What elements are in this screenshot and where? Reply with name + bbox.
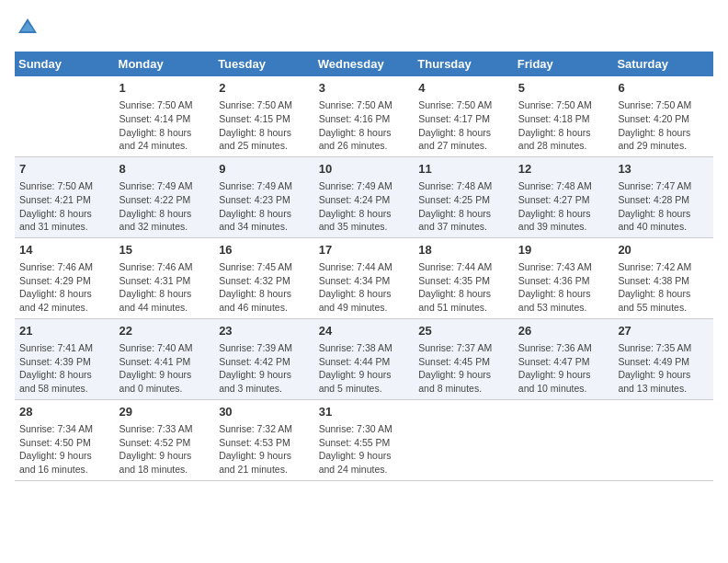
- day-info: Sunrise: 7:44 AM Sunset: 4:34 PM Dayligh…: [319, 260, 410, 315]
- week-row-1: 1Sunrise: 7:50 AM Sunset: 4:14 PM Daylig…: [15, 76, 713, 156]
- day-info: Sunrise: 7:49 AM Sunset: 4:24 PM Dayligh…: [319, 179, 410, 234]
- day-info: Sunrise: 7:49 AM Sunset: 4:23 PM Dayligh…: [219, 179, 310, 234]
- day-number: 27: [618, 323, 709, 339]
- day-number: 1: [119, 80, 210, 97]
- day-info: Sunrise: 7:50 AM Sunset: 4:20 PM Dayligh…: [618, 98, 709, 153]
- day-number: 3: [319, 80, 410, 97]
- day-info: Sunrise: 7:50 AM Sunset: 4:21 PM Dayligh…: [19, 179, 110, 234]
- day-info: Sunrise: 7:34 AM Sunset: 4:50 PM Dayligh…: [19, 422, 110, 477]
- day-info: Sunrise: 7:30 AM Sunset: 4:55 PM Dayligh…: [319, 422, 410, 477]
- day-info: Sunrise: 7:49 AM Sunset: 4:22 PM Dayligh…: [119, 179, 210, 234]
- day-info: Sunrise: 7:39 AM Sunset: 4:42 PM Dayligh…: [219, 341, 310, 396]
- day-cell: 2Sunrise: 7:50 AM Sunset: 4:15 PM Daylig…: [214, 76, 314, 156]
- day-cell: 1Sunrise: 7:50 AM Sunset: 4:14 PM Daylig…: [115, 76, 215, 156]
- day-info: Sunrise: 7:35 AM Sunset: 4:49 PM Dayligh…: [618, 341, 709, 396]
- day-cell: 21Sunrise: 7:41 AM Sunset: 4:39 PM Dayli…: [15, 318, 115, 399]
- day-number: 31: [319, 404, 410, 420]
- weekday-header-friday: Friday: [514, 52, 614, 76]
- day-number: 19: [518, 242, 609, 259]
- day-info: Sunrise: 7:42 AM Sunset: 4:38 PM Dayligh…: [618, 260, 709, 315]
- day-cell: 30Sunrise: 7:32 AM Sunset: 4:53 PM Dayli…: [214, 399, 314, 480]
- day-number: 7: [19, 161, 110, 178]
- day-number: 10: [319, 161, 410, 178]
- weekday-header-saturday: Saturday: [613, 52, 713, 76]
- day-info: Sunrise: 7:40 AM Sunset: 4:41 PM Dayligh…: [119, 341, 210, 396]
- day-info: Sunrise: 7:50 AM Sunset: 4:17 PM Dayligh…: [418, 98, 509, 153]
- day-number: 6: [618, 80, 709, 97]
- day-info: Sunrise: 7:46 AM Sunset: 4:29 PM Dayligh…: [19, 260, 110, 315]
- day-cell: 19Sunrise: 7:43 AM Sunset: 4:36 PM Dayli…: [514, 237, 614, 318]
- week-row-3: 14Sunrise: 7:46 AM Sunset: 4:29 PM Dayli…: [15, 237, 713, 318]
- day-number: 9: [219, 161, 310, 178]
- day-info: Sunrise: 7:50 AM Sunset: 4:15 PM Dayligh…: [219, 98, 310, 153]
- day-number: 21: [19, 323, 110, 339]
- day-cell: 27Sunrise: 7:35 AM Sunset: 4:49 PM Dayli…: [613, 318, 713, 399]
- weekday-header-sunday: Sunday: [15, 52, 115, 76]
- header: [15, 15, 713, 40]
- day-cell: 25Sunrise: 7:37 AM Sunset: 4:45 PM Dayli…: [414, 318, 514, 399]
- day-info: Sunrise: 7:41 AM Sunset: 4:39 PM Dayligh…: [19, 341, 110, 396]
- day-info: Sunrise: 7:46 AM Sunset: 4:31 PM Dayligh…: [119, 260, 210, 315]
- weekday-header-row: SundayMondayTuesdayWednesdayThursdayFrid…: [15, 52, 713, 76]
- day-cell: 29Sunrise: 7:33 AM Sunset: 4:52 PM Dayli…: [115, 399, 215, 480]
- day-cell: 26Sunrise: 7:36 AM Sunset: 4:47 PM Dayli…: [514, 318, 614, 399]
- day-number: 4: [418, 80, 509, 97]
- day-info: Sunrise: 7:50 AM Sunset: 4:16 PM Dayligh…: [319, 98, 410, 153]
- day-cell: 13Sunrise: 7:47 AM Sunset: 4:28 PM Dayli…: [613, 156, 713, 237]
- day-cell: 4Sunrise: 7:50 AM Sunset: 4:17 PM Daylig…: [414, 76, 514, 156]
- day-cell: [15, 76, 115, 156]
- day-number: 18: [418, 242, 509, 259]
- day-cell: 6Sunrise: 7:50 AM Sunset: 4:20 PM Daylig…: [613, 76, 713, 156]
- day-info: Sunrise: 7:50 AM Sunset: 4:18 PM Dayligh…: [518, 98, 609, 153]
- day-cell: 20Sunrise: 7:42 AM Sunset: 4:38 PM Dayli…: [613, 237, 713, 318]
- day-cell: 3Sunrise: 7:50 AM Sunset: 4:16 PM Daylig…: [314, 76, 415, 156]
- day-number: 24: [319, 323, 410, 339]
- day-cell: 8Sunrise: 7:49 AM Sunset: 4:22 PM Daylig…: [115, 156, 215, 237]
- day-number: 30: [219, 404, 310, 420]
- day-number: 22: [119, 323, 210, 339]
- weekday-header-thursday: Thursday: [414, 52, 514, 76]
- day-number: 5: [518, 80, 609, 97]
- week-row-4: 21Sunrise: 7:41 AM Sunset: 4:39 PM Dayli…: [15, 318, 713, 399]
- day-number: 23: [219, 323, 310, 339]
- day-number: 11: [418, 161, 509, 178]
- day-info: Sunrise: 7:47 AM Sunset: 4:28 PM Dayligh…: [618, 179, 709, 234]
- day-cell: 12Sunrise: 7:48 AM Sunset: 4:27 PM Dayli…: [514, 156, 614, 237]
- day-cell: 11Sunrise: 7:48 AM Sunset: 4:25 PM Dayli…: [414, 156, 514, 237]
- weekday-header-wednesday: Wednesday: [314, 52, 415, 76]
- day-number: 8: [119, 161, 210, 178]
- day-info: Sunrise: 7:48 AM Sunset: 4:27 PM Dayligh…: [518, 179, 609, 234]
- day-info: Sunrise: 7:37 AM Sunset: 4:45 PM Dayligh…: [418, 341, 509, 396]
- day-cell: 24Sunrise: 7:38 AM Sunset: 4:44 PM Dayli…: [314, 318, 415, 399]
- day-number: 29: [119, 404, 210, 420]
- day-cell: 5Sunrise: 7:50 AM Sunset: 4:18 PM Daylig…: [514, 76, 614, 156]
- day-info: Sunrise: 7:43 AM Sunset: 4:36 PM Dayligh…: [518, 260, 609, 315]
- weekday-header-monday: Monday: [115, 52, 215, 76]
- day-cell: [514, 399, 614, 480]
- day-info: Sunrise: 7:50 AM Sunset: 4:14 PM Dayligh…: [119, 98, 210, 153]
- logo: [15, 15, 44, 40]
- day-number: 26: [518, 323, 609, 339]
- day-cell: 18Sunrise: 7:44 AM Sunset: 4:35 PM Dayli…: [414, 237, 514, 318]
- day-info: Sunrise: 7:32 AM Sunset: 4:53 PM Dayligh…: [219, 422, 310, 477]
- day-cell: 17Sunrise: 7:44 AM Sunset: 4:34 PM Dayli…: [314, 237, 415, 318]
- day-number: 25: [418, 323, 509, 339]
- calendar-table: SundayMondayTuesdayWednesdayThursdayFrid…: [15, 52, 713, 481]
- day-number: 13: [618, 161, 709, 178]
- day-number: 15: [119, 242, 210, 259]
- day-cell: [613, 399, 713, 480]
- day-cell: [414, 399, 514, 480]
- day-info: Sunrise: 7:38 AM Sunset: 4:44 PM Dayligh…: [319, 341, 410, 396]
- day-number: 28: [19, 404, 110, 420]
- day-cell: 23Sunrise: 7:39 AM Sunset: 4:42 PM Dayli…: [214, 318, 314, 399]
- day-info: Sunrise: 7:48 AM Sunset: 4:25 PM Dayligh…: [418, 179, 509, 234]
- day-cell: 22Sunrise: 7:40 AM Sunset: 4:41 PM Dayli…: [115, 318, 215, 399]
- day-cell: 31Sunrise: 7:30 AM Sunset: 4:55 PM Dayli…: [314, 399, 415, 480]
- logo-icon: [15, 15, 40, 40]
- day-info: Sunrise: 7:33 AM Sunset: 4:52 PM Dayligh…: [119, 422, 210, 477]
- day-number: 20: [618, 242, 709, 259]
- week-row-2: 7Sunrise: 7:50 AM Sunset: 4:21 PM Daylig…: [15, 156, 713, 237]
- day-info: Sunrise: 7:45 AM Sunset: 4:32 PM Dayligh…: [219, 260, 310, 315]
- day-number: 2: [219, 80, 310, 97]
- day-number: 12: [518, 161, 609, 178]
